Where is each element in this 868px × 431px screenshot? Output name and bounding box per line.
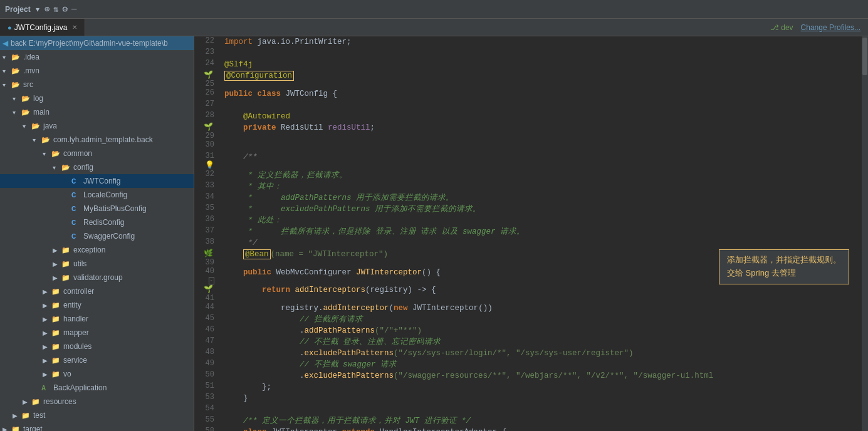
add-icon[interactable]: ⊕ bbox=[44, 4, 50, 14]
indent-spacer bbox=[3, 411, 13, 420]
code-line-47: 47 // 不拦截 登录、注册、忘记密码请求 bbox=[194, 336, 862, 348]
code-line-23: 23 bbox=[194, 48, 862, 59]
line-number: 34 bbox=[206, 192, 214, 201]
line-gutter-28: 28 bbox=[194, 111, 219, 122]
spring-bean-icon: 🌱 bbox=[204, 71, 213, 80]
tree-item-config[interactable]: ▾📂config bbox=[0, 160, 194, 174]
tree-label: MyBatisPlusConfig bbox=[83, 204, 147, 213]
tree-item-vo[interactable]: ▶📁vo bbox=[0, 367, 194, 381]
tree-label: log bbox=[33, 94, 43, 103]
tree-label: vo bbox=[63, 370, 71, 378]
indent-spacer bbox=[33, 301, 43, 309]
tree-item-modules[interactable]: ▶📁modules bbox=[0, 340, 194, 353]
code-content-37: * 拦截所有请求，但是排除 登录、注册 请求 以及 swagger 请求。 bbox=[219, 226, 862, 237]
tree-item-common[interactable]: ▾📂common bbox=[0, 147, 194, 160]
tree-arrow: ▾ bbox=[3, 68, 11, 75]
indent-spacer bbox=[3, 204, 13, 213]
sync-icon[interactable]: ⇅ bbox=[53, 4, 58, 14]
tree-label: BackApplication bbox=[53, 383, 107, 392]
line-number: 44 bbox=[206, 303, 214, 311]
tree-item-mapper[interactable]: ▶📁mapper bbox=[0, 326, 194, 340]
tree-label: target bbox=[23, 425, 43, 431]
tree-arrow: ▶ bbox=[43, 302, 51, 309]
tree-item-validator.group[interactable]: ▶📁validator.group bbox=[0, 271, 194, 284]
tree-item-handler[interactable]: ▶📁handler bbox=[0, 312, 194, 326]
tree-arrow: ▶ bbox=[43, 357, 51, 364]
spring-leaf-icon: 🌿 bbox=[204, 249, 213, 258]
tree-item-src[interactable]: ▾📂src bbox=[0, 78, 194, 91]
tab-close-icon[interactable]: ✕ bbox=[72, 24, 77, 31]
tree-item-target[interactable]: ▶📁target bbox=[0, 422, 194, 431]
indent-spacer bbox=[33, 342, 43, 351]
tree-item-.mvn[interactable]: ▾📂.mvn bbox=[0, 64, 194, 78]
tree-item-test[interactable]: ▶📁test bbox=[0, 408, 194, 422]
code-token: HandlerInterceptorAdapter bbox=[380, 428, 502, 431]
fold-icon[interactable]: - bbox=[209, 277, 214, 284]
tree-arrow bbox=[33, 385, 41, 392]
code-token: private bbox=[243, 123, 281, 132]
tree-item-main[interactable]: ▾📂main bbox=[0, 105, 194, 119]
line-gutter-39: 🌿39 bbox=[194, 249, 219, 267]
project-dropdown-icon[interactable]: ▾ bbox=[36, 5, 39, 14]
tab-file-icon: ● bbox=[8, 24, 12, 31]
tree-item-redisconfig[interactable]: CRedisConfig bbox=[0, 216, 194, 229]
code-token: JWTInterceptor bbox=[356, 268, 422, 277]
folder-icon: 📁 bbox=[51, 301, 61, 309]
indent-spacer bbox=[3, 356, 13, 365]
indent-spacer bbox=[3, 370, 13, 378]
tab-jwtconfig[interactable]: ● JWTConfig.java ✕ bbox=[0, 19, 85, 36]
line-gutter-44: 44 bbox=[194, 303, 219, 314]
code-token: class bbox=[243, 428, 271, 431]
java-main-icon: A bbox=[41, 385, 51, 392]
indent-spacer bbox=[23, 232, 33, 241]
indent-spacer bbox=[23, 177, 33, 185]
tree-item-jwtconfig[interactable]: CJWTConfig bbox=[0, 174, 194, 188]
code-token: addInterceptors bbox=[295, 286, 366, 294]
tree-item-localeconfig[interactable]: CLocaleConfig bbox=[0, 188, 194, 202]
code-token bbox=[224, 153, 243, 162]
tree-label: modules bbox=[63, 342, 92, 351]
indent-spacer bbox=[33, 259, 43, 268]
code-token: */ bbox=[224, 239, 258, 247]
tree-item-exception[interactable]: ▶📁exception bbox=[0, 243, 194, 257]
tree-item-com.lyh.admin_template.back[interactable]: ▾📂com.lyh.admin_template.back bbox=[0, 133, 194, 147]
minimize-icon[interactable]: — bbox=[71, 4, 76, 14]
line-number: 38 bbox=[206, 237, 214, 246]
tree-item-java[interactable]: ▾📂java bbox=[0, 119, 194, 133]
tree-label: java bbox=[43, 122, 57, 130]
line-number: 45 bbox=[206, 314, 214, 323]
tree-item-log[interactable]: ▾📂log bbox=[0, 91, 194, 105]
code-line-30: 30 bbox=[194, 140, 862, 152]
tree-item-backapplication[interactable]: ABackApplication bbox=[0, 381, 194, 395]
tree-item-resources[interactable]: ▶📁resources bbox=[0, 395, 194, 408]
back-item[interactable]: ◀ back E:\myProject\myGit\admin-vue-temp… bbox=[0, 36, 194, 50]
tree-label: handler bbox=[63, 314, 88, 323]
tree-item-controller[interactable]: ▶📁controller bbox=[0, 284, 194, 298]
tree-item-swaggerconfig[interactable]: CSwaggerConfig bbox=[0, 229, 194, 243]
tree-item-mybatisplusconfig[interactable]: CMyBatisPlusConfig bbox=[0, 202, 194, 216]
tree-item-entity[interactable]: ▶📁entity bbox=[0, 298, 194, 312]
change-profiles-button[interactable]: Change Profiles... bbox=[801, 23, 860, 32]
tree-label: utils bbox=[73, 259, 86, 268]
line-number: 46 bbox=[206, 325, 214, 334]
line-number: 23 bbox=[206, 48, 214, 56]
tree-arrow: ▶ bbox=[23, 398, 31, 405]
code-area[interactable]: 22import java.io.PrintWriter;23 24@Slf4j… bbox=[194, 36, 862, 431]
tree-item-.idea[interactable]: ▾📂.idea bbox=[0, 50, 194, 64]
right-scrollbar[interactable] bbox=[862, 36, 868, 431]
tree-arrow: ▶ bbox=[13, 412, 21, 419]
line-number: 26 bbox=[206, 88, 214, 97]
folder-icon: 📁 bbox=[61, 246, 71, 254]
tree-arrow: ▾ bbox=[33, 137, 41, 143]
tree-item-utils[interactable]: ▶📁utils bbox=[0, 257, 194, 271]
line-gutter-45: 45 bbox=[194, 314, 219, 325]
settings-icon[interactable]: ⚙ bbox=[63, 4, 68, 14]
back-label: back E:\myProject\myGit\admin-vue-templa… bbox=[11, 39, 168, 48]
folder-icon: 📁 bbox=[51, 315, 61, 323]
code-content-44: registry.addInterceptor(new JWTIntercept… bbox=[219, 303, 862, 314]
tree-arrow bbox=[63, 192, 71, 199]
bulb-icon[interactable]: 💡 bbox=[205, 161, 214, 170]
tree-item-service[interactable]: ▶📁service bbox=[0, 353, 194, 367]
folder-icon: 📁 bbox=[51, 288, 61, 296]
line-number: 41 bbox=[206, 294, 214, 303]
